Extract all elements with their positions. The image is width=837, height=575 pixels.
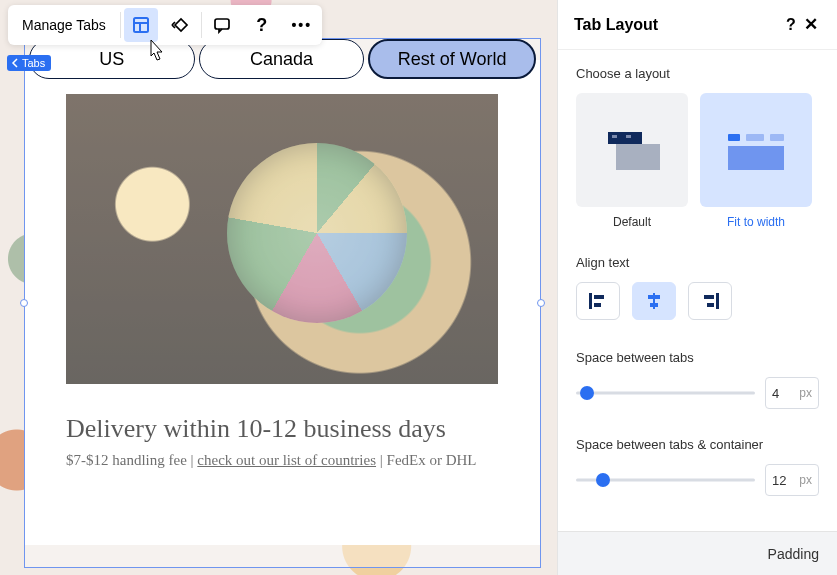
- tab-us[interactable]: US: [29, 39, 195, 79]
- align-right-icon: [701, 293, 719, 309]
- svg-rect-20: [707, 303, 714, 307]
- space-tabs-value: 4: [772, 386, 779, 401]
- layout-option-default-caption: Default: [613, 215, 651, 229]
- manage-tabs-button[interactable]: Manage Tabs: [8, 5, 120, 45]
- panel-help-icon[interactable]: ?: [781, 16, 801, 34]
- more-icon: •••: [291, 17, 312, 33]
- svg-rect-19: [704, 295, 714, 299]
- layout-option-default[interactable]: Default: [576, 93, 688, 229]
- breadcrumb-label: Tabs: [22, 57, 45, 69]
- svg-rect-17: [650, 303, 658, 307]
- panel-close-icon[interactable]: ✕: [801, 14, 821, 35]
- padding-label: Padding: [768, 546, 819, 562]
- space-tabs-input[interactable]: 4 px: [765, 377, 819, 409]
- svg-rect-11: [728, 146, 784, 170]
- help-icon-button[interactable]: ?: [242, 5, 282, 45]
- align-center-icon: [645, 293, 663, 309]
- align-left-button[interactable]: [576, 282, 620, 320]
- tabs-widget-selected[interactable]: US Canada Rest of World: [24, 38, 541, 568]
- align-text-label: Align text: [576, 255, 819, 270]
- svg-rect-8: [728, 134, 740, 141]
- layout-icon: [132, 16, 150, 34]
- animate-icon-button[interactable]: [161, 5, 201, 45]
- choose-layout-label: Choose a layout: [576, 66, 819, 81]
- resize-handle-left[interactable]: [20, 299, 28, 307]
- svg-rect-14: [594, 303, 601, 307]
- layout-option-fit-caption: Fit to width: [727, 215, 785, 229]
- floating-toolbar: Manage Tabs ? •••: [8, 5, 322, 45]
- layout-option-fit-to-width[interactable]: Fit to width: [700, 93, 812, 229]
- space-container-slider[interactable]: [576, 472, 755, 488]
- space-tabs-label: Space between tabs: [576, 350, 819, 365]
- space-container-input[interactable]: 12 px: [765, 464, 819, 496]
- svg-rect-18: [716, 293, 719, 309]
- comment-icon-button[interactable]: [202, 5, 242, 45]
- svg-rect-5: [612, 135, 617, 138]
- layout-default-icon: [602, 126, 662, 174]
- tab-canada[interactable]: Canada: [199, 39, 365, 79]
- comment-icon: [213, 16, 231, 34]
- space-tabs-unit: px: [799, 386, 812, 400]
- resize-handle-right[interactable]: [537, 299, 545, 307]
- svg-rect-3: [215, 19, 229, 29]
- padding-section-toggle[interactable]: Padding: [558, 531, 837, 575]
- svg-rect-7: [616, 144, 660, 170]
- space-tabs-slider[interactable]: [576, 385, 755, 401]
- svg-rect-10: [770, 134, 784, 141]
- space-container-unit: px: [799, 473, 812, 487]
- help-icon: ?: [256, 15, 267, 36]
- toolbar-separator: [120, 12, 121, 38]
- animate-icon: [171, 15, 191, 35]
- chevron-left-icon: [11, 58, 19, 68]
- tabs-row: US Canada Rest of World: [25, 39, 540, 79]
- align-left-icon: [589, 293, 607, 309]
- svg-rect-9: [746, 134, 764, 141]
- space-container-label: Space between tabs & container: [576, 437, 819, 452]
- layout-icon-button[interactable]: [124, 8, 158, 42]
- layout-fit-icon: [724, 126, 788, 174]
- svg-rect-16: [648, 295, 660, 299]
- align-right-button[interactable]: [688, 282, 732, 320]
- align-center-button[interactable]: [632, 282, 676, 320]
- more-icon-button[interactable]: •••: [282, 5, 322, 45]
- space-container-value: 12: [772, 473, 786, 488]
- selection-breadcrumb[interactable]: Tabs: [7, 55, 51, 71]
- svg-rect-12: [589, 293, 592, 309]
- panel-title: Tab Layout: [574, 16, 658, 34]
- tab-layout-panel: Tab Layout ? ✕ Choose a layout Default: [557, 0, 837, 575]
- svg-rect-6: [626, 135, 631, 138]
- svg-rect-13: [594, 295, 604, 299]
- tab-rest-of-world[interactable]: Rest of World: [368, 39, 536, 79]
